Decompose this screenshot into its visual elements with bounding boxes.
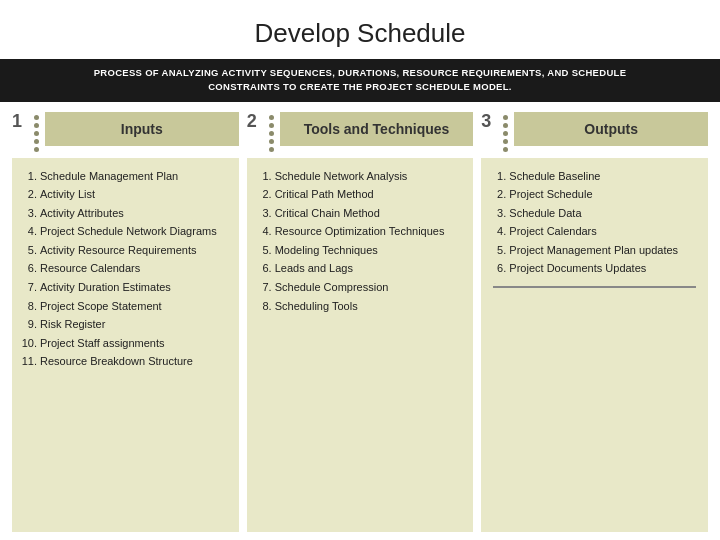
list-item: Modeling Techniques [275, 242, 462, 260]
columns-container: 1 Inputs Schedule Management Plan Activi… [0, 102, 720, 541]
list-item: Resource Breakdown Structure [40, 353, 227, 371]
list-item: Schedule Baseline [509, 168, 696, 186]
list-item: Resource Optimization Techniques [275, 223, 462, 241]
col3-number: 3 [481, 112, 497, 130]
subtitle-line1: PROCESS OF ANALYZING ACTIVITY SEQUENCES,… [20, 66, 700, 80]
list-item: Scheduling Tools [275, 298, 462, 316]
col2-header: 2 Tools and Techniques [247, 112, 474, 152]
list-item: Critical Chain Method [275, 205, 462, 223]
list-item: Project Documents Updates [509, 260, 696, 278]
col1-header: 1 Inputs [12, 112, 239, 152]
column-tools: 2 Tools and Techniques Schedule Network … [247, 112, 474, 532]
col1-number: 1 [12, 112, 28, 130]
list-item: Resource Calendars [40, 260, 227, 278]
list-item: Schedule Compression [275, 279, 462, 297]
column-outputs: 3 Outputs Schedule Baseline Project Sche… [481, 112, 708, 532]
col1-title: Inputs [45, 112, 239, 146]
col3-title: Outputs [514, 112, 708, 146]
list-item: Project Calendars [509, 223, 696, 241]
col1-dots [34, 112, 39, 152]
col2-list: Schedule Network Analysis Critical Path … [259, 168, 462, 316]
list-item: Project Staff assignments [40, 335, 227, 353]
col3-dots [503, 112, 508, 152]
list-item: Activity List [40, 186, 227, 204]
col3-list: Schedule Baseline Project Schedule Sched… [493, 168, 696, 279]
list-item: Project Schedule [509, 186, 696, 204]
list-item: Schedule Data [509, 205, 696, 223]
col1-list: Schedule Management Plan Activity List A… [24, 168, 227, 372]
col2-body: Schedule Network Analysis Critical Path … [247, 158, 474, 532]
list-item: Activity Resource Requirements [40, 242, 227, 260]
col2-number: 2 [247, 112, 263, 130]
list-item: Activity Duration Estimates [40, 279, 227, 297]
list-item: Schedule Management Plan [40, 168, 227, 186]
list-item: Leads and Lags [275, 260, 462, 278]
col2-title: Tools and Techniques [280, 112, 474, 146]
subtitle: PROCESS OF ANALYZING ACTIVITY SEQUENCES,… [0, 59, 720, 102]
list-item: Project Management Plan updates [509, 242, 696, 260]
col1-body: Schedule Management Plan Activity List A… [12, 158, 239, 532]
col3-body: Schedule Baseline Project Schedule Sched… [481, 158, 708, 532]
subtitle-line2: CONSTRAINTS TO CREATE THE PROJECT SCHEDU… [20, 80, 700, 94]
col2-dots [269, 112, 274, 152]
list-item: Project Schedule Network Diagrams [40, 223, 227, 241]
list-item: Critical Path Method [275, 186, 462, 204]
output-divider [493, 286, 696, 288]
list-item: Risk Register [40, 316, 227, 334]
list-item: Activity Attributes [40, 205, 227, 223]
page-title: Develop Schedule [0, 0, 720, 59]
list-item: Project Scope Statement [40, 298, 227, 316]
column-inputs: 1 Inputs Schedule Management Plan Activi… [12, 112, 239, 532]
list-item: Schedule Network Analysis [275, 168, 462, 186]
col3-header: 3 Outputs [481, 112, 708, 152]
